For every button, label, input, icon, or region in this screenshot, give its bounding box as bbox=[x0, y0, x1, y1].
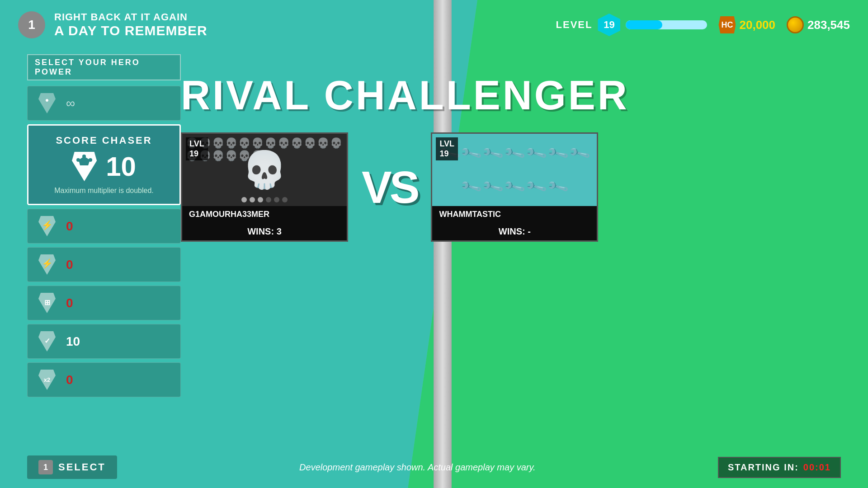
lightning1-icon: ⚡ bbox=[37, 216, 57, 236]
svg-text:✓: ✓ bbox=[44, 337, 50, 345]
hc-value: 20,000 bbox=[739, 18, 775, 32]
song-subtitle: Right Back at It Again bbox=[54, 11, 208, 23]
wrench-8: 🔧 bbox=[459, 175, 484, 199]
grid-icon: ⊞ bbox=[37, 293, 57, 313]
dot-4 bbox=[266, 197, 271, 202]
starting-label: STARTING IN: bbox=[728, 462, 799, 473]
svg-point-4 bbox=[76, 158, 80, 162]
level-label: LEVEL bbox=[556, 19, 593, 31]
hero-slot-lightning1[interactable]: ⚡ 0 bbox=[27, 209, 181, 244]
lightning2-value: 0 bbox=[66, 258, 73, 272]
left-panel: SELECT YOUR HERO POWER ● ∞ SCORE CHASER bbox=[27, 54, 181, 401]
x2-shield-icon: x2 bbox=[37, 370, 57, 390]
svg-point-6 bbox=[89, 158, 92, 162]
player-lvl-label: LVL bbox=[189, 139, 204, 149]
rival-wins-label: WINS: bbox=[499, 226, 525, 236]
vs-text: VS bbox=[362, 161, 417, 213]
player-wins-value: 3 bbox=[277, 226, 282, 236]
score-chaser-value: 10 bbox=[106, 151, 136, 182]
currency-hc: HC 20,000 bbox=[718, 16, 775, 33]
hc-icon: HC bbox=[718, 16, 736, 33]
dot-3 bbox=[258, 197, 263, 202]
rival-title: RIVAL CHALLENGER bbox=[181, 72, 850, 119]
rival-wins-value: - bbox=[528, 226, 531, 236]
starting-time: 00:01 bbox=[803, 462, 831, 473]
check-shield-icon: ✓ bbox=[37, 331, 57, 352]
player-card-dots bbox=[241, 197, 288, 202]
player-card-footer: G1amourHa33mer bbox=[182, 206, 347, 223]
hero-slot-x2[interactable]: x2 0 bbox=[27, 362, 181, 397]
rival-level-badge: LVL 19 bbox=[436, 137, 458, 160]
player-card: 💀 💀 💀 💀 💀 💀 💀 💀 💀 💀 💀 💀 💀 💀 bbox=[181, 132, 348, 242]
wrench-3: 🔧 bbox=[481, 141, 505, 165]
score-chaser-title: SCORE CHASER bbox=[56, 135, 152, 146]
score-chaser-desc: Maximum multiplier is doubled. bbox=[54, 187, 154, 195]
wrench-2: 🔧 bbox=[459, 141, 484, 165]
hero-slot-score-chaser[interactable]: SCORE CHASER 10 Maximum multiplier is do… bbox=[27, 124, 181, 205]
bottom-bar: 1 SELECT Development gameplay shown. Act… bbox=[0, 455, 868, 479]
svg-text:●: ● bbox=[45, 96, 48, 103]
svg-text:⚡: ⚡ bbox=[41, 258, 52, 269]
player-username: G1amourHa33mer bbox=[189, 210, 269, 219]
lightning2-icon: ⚡ bbox=[37, 254, 57, 275]
level-bar bbox=[626, 20, 707, 29]
currency-coins: 283,545 bbox=[787, 16, 850, 33]
wrench-11: 🔧 bbox=[524, 175, 549, 199]
select-button[interactable]: 1 SELECT bbox=[27, 455, 117, 479]
infinity-symbol: ∞ bbox=[66, 96, 75, 111]
check-value: 10 bbox=[66, 334, 80, 349]
player-info: 1 Right Back at It Again A Day To Rememb… bbox=[18, 11, 208, 38]
wrench-9: 🔧 bbox=[481, 175, 505, 199]
coin-icon bbox=[787, 16, 804, 33]
level-display: LEVEL 19 bbox=[556, 14, 708, 36]
coins-value: 283,545 bbox=[807, 18, 850, 32]
wrench-12: 🔧 bbox=[546, 175, 571, 199]
dot-1 bbox=[241, 197, 247, 202]
main-content: RIVAL CHALLENGER 💀 💀 💀 💀 💀 💀 💀 💀 bbox=[181, 54, 850, 242]
dot-5 bbox=[274, 197, 279, 202]
rival-lvl-value: 19 bbox=[439, 149, 454, 159]
hud-right: LEVEL 19 HC 20,000 283,545 bbox=[556, 14, 850, 36]
level-bar-fill bbox=[626, 20, 662, 29]
rival-username: Whammtastic bbox=[439, 210, 501, 219]
svg-text:⚡: ⚡ bbox=[41, 220, 52, 230]
grid-value: 0 bbox=[66, 296, 73, 310]
lightning1-value: 0 bbox=[66, 219, 73, 234]
svg-text:x2: x2 bbox=[43, 376, 50, 383]
wrench-4: 🔧 bbox=[503, 141, 527, 165]
x2-value: 0 bbox=[66, 373, 73, 387]
versus-area: 💀 💀 💀 💀 💀 💀 💀 💀 💀 💀 💀 💀 💀 💀 bbox=[181, 132, 850, 242]
rival-card: 🔧 🔧 🔧 🔧 🔧 🔧 🔧 🔧 🔧 🔧 🔧 🔧 LVL 19 Whammtast bbox=[431, 132, 598, 242]
wrench-6: 🔧 bbox=[546, 141, 571, 165]
player-wins-label: WINS: bbox=[247, 226, 274, 236]
top-bar: 1 Right Back at It Again A Day To Rememb… bbox=[0, 0, 868, 50]
score-chaser-icon-area: 10 bbox=[72, 151, 136, 182]
hero-power-label: SELECT YOUR HERO POWER bbox=[27, 54, 181, 80]
player-level-badge: LVL 19 bbox=[186, 137, 208, 160]
svg-text:⊞: ⊞ bbox=[44, 299, 50, 306]
hero-slot-lightning2[interactable]: ⚡ 0 bbox=[27, 247, 181, 282]
wrench-5: 🔧 bbox=[524, 141, 549, 165]
player-number: 1 bbox=[18, 11, 45, 38]
level-badge: 19 bbox=[598, 14, 620, 36]
player-card-bg: 💀 💀 💀 💀 💀 💀 💀 💀 💀 💀 💀 💀 💀 💀 bbox=[182, 134, 347, 206]
dot-6 bbox=[282, 197, 288, 202]
disclaimer-text: Development gameplay shown. Actual gamep… bbox=[299, 462, 535, 473]
player-lvl-value: 19 bbox=[189, 149, 204, 159]
svg-point-5 bbox=[82, 155, 86, 158]
crown-shield-icon bbox=[72, 152, 97, 181]
wrench-7: 🔧 bbox=[568, 141, 592, 165]
rival-card-wins: WINS: - bbox=[432, 223, 597, 240]
rival-card-footer: Whammtastic bbox=[432, 206, 597, 223]
starting-timer: STARTING IN: 00:01 bbox=[718, 457, 841, 478]
hero-slot-grid[interactable]: ⊞ 0 bbox=[27, 286, 181, 320]
hero-slot-check[interactable]: ✓ 10 bbox=[27, 324, 181, 359]
rival-card-bg: 🔧 🔧 🔧 🔧 🔧 🔧 🔧 🔧 🔧 🔧 🔧 🔧 LVL 19 bbox=[432, 134, 597, 206]
player-card-wins: WINS: 3 bbox=[182, 223, 347, 240]
song-title: A Day To Remember bbox=[54, 23, 208, 38]
hero-slot-infinity[interactable]: ● ∞ bbox=[27, 86, 181, 121]
dot-2 bbox=[250, 197, 255, 202]
wrench-10: 🔧 bbox=[503, 175, 527, 199]
shield-infinity-icon: ● bbox=[37, 93, 57, 113]
rival-lvl-label: LVL bbox=[439, 139, 454, 149]
